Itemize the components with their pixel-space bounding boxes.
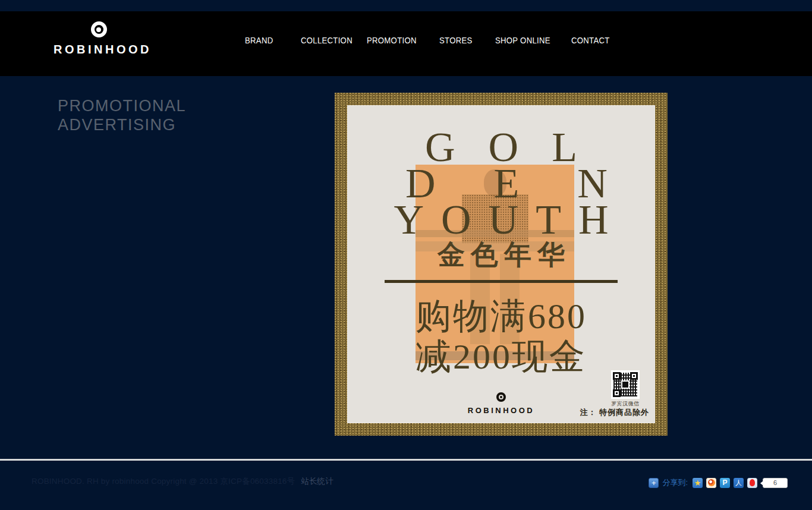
poster-title-line: GOL (347, 129, 655, 165)
site-header: ROBINHOOD BRAND COLLECTION PROMOTION STO… (0, 11, 812, 76)
copyright: ROBINHOOD. RH by robinhood Copyright @ 2… (32, 476, 333, 487)
share-count-bubble[interactable]: 6 (763, 478, 788, 488)
baidu-mascot-glyph (750, 479, 755, 486)
nav-item-stores[interactable]: STORES (439, 36, 473, 45)
offer-line1: 购物满680 (347, 296, 655, 336)
divider-line (385, 280, 618, 283)
nav-item-contact[interactable]: CONTACT (571, 36, 610, 45)
brand-logo[interactable]: ROBINHOOD (53, 21, 144, 56)
main-content: PROMOTIONAL ADVERTISING GOL DEN YOUTH (0, 76, 812, 459)
sina-weibo-icon[interactable] (706, 478, 716, 488)
baidu-space-icon[interactable] (747, 478, 757, 488)
site-footer: ROBINHOOD. RH by robinhood Copyright @ 2… (0, 461, 812, 510)
qr-code-icon (611, 370, 640, 399)
nav-item-promotion[interactable]: PROMOTION (367, 36, 417, 45)
poster-paper: GOL DEN YOUTH 金色年华 购物满680 减200现金 ROBINHO… (347, 105, 655, 423)
target-icon (91, 21, 107, 37)
poster-title-line: YOUTH (347, 202, 655, 238)
site-stats-link[interactable]: 站长统计 (301, 477, 333, 486)
poster-note: 注： 特例商品除外 (580, 407, 649, 418)
poster-subtitle-cn: 金色年华 (347, 240, 655, 270)
poster-text: GOL DEN YOUTH 金色年华 购物满680 减200现金 (347, 105, 655, 377)
page-title-line1: PROMOTIONAL (58, 96, 186, 115)
share-label: 分享到: (662, 477, 688, 488)
poster-title-line: DEN (347, 165, 655, 202)
page-title: PROMOTIONAL ADVERTISING (58, 96, 186, 134)
nav-item-brand[interactable]: BRAND (245, 36, 273, 45)
wechat-qr-block: 罗宾汉微信 (609, 370, 642, 408)
qzone-icon[interactable]: ★ (693, 478, 703, 488)
nav-item-collection[interactable]: COLLECTION (301, 36, 353, 45)
brand-name: ROBINHOOD (53, 43, 144, 56)
renren-icon[interactable]: 人 (734, 478, 744, 488)
copyright-text: ROBINHOOD. RH by robinhood Copyright @ 2… (32, 477, 295, 486)
target-icon (496, 392, 506, 402)
weibo-eye-glyph (708, 479, 715, 486)
promo-poster[interactable]: GOL DEN YOUTH 金色年华 购物满680 减200现金 ROBINHO… (335, 93, 668, 436)
nav-item-shop-online[interactable]: SHOP ONLINE (495, 36, 550, 45)
share-count-value: 6 (773, 479, 777, 486)
share-bar: + 分享到: ★ P 人 6 (649, 477, 788, 488)
page-title-line2: ADVERTISING (58, 115, 186, 134)
page: ROBINHOOD BRAND COLLECTION PROMOTION STO… (0, 0, 812, 510)
share-plus-icon[interactable]: + (649, 478, 659, 488)
pengyou-icon[interactable]: P (720, 478, 730, 488)
bubble-notch (760, 481, 763, 486)
